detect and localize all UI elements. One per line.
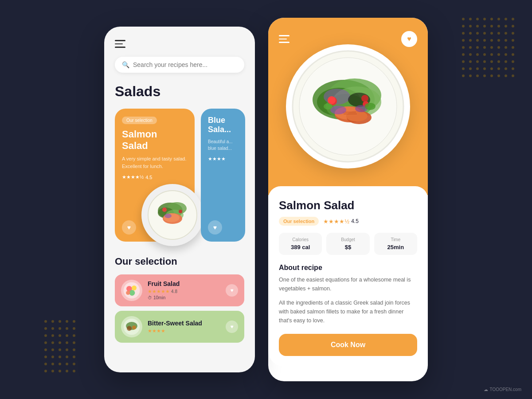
our-selection-title: Our selection bbox=[115, 256, 244, 267]
dot-pattern-bottom-left: (function() { const container = document… bbox=[44, 320, 75, 372]
salmon-rating-value: 4.5 bbox=[145, 175, 152, 180]
salmon-card[interactable]: Our selection SalmonSalad A very simple … bbox=[115, 109, 195, 242]
menu-icon-left[interactable] bbox=[115, 40, 244, 48]
right-phone-body: Salmon Salad Our selection ★★★★½ 4.5 Cal… bbox=[268, 186, 428, 367]
fruit-salad-stars: ★★★★★ 4.8 bbox=[148, 289, 220, 294]
svg-point-41 bbox=[324, 103, 332, 110]
rating-row: ★★★★½ 4.5 bbox=[323, 218, 359, 225]
search-input[interactable] bbox=[133, 61, 237, 68]
stat-time-label: Time bbox=[378, 237, 414, 242]
blue-card-title: BlueSala... bbox=[208, 116, 238, 135]
cards-row: Our selection SalmonSalad A very simple … bbox=[115, 109, 244, 242]
phones-container: 🔍 Salads Our selection SalmonSalad A ver… bbox=[104, 18, 428, 381]
search-icon: 🔍 bbox=[122, 61, 129, 68]
fruit-salad-heart[interactable]: ♥ bbox=[226, 284, 238, 297]
svg-point-38 bbox=[330, 106, 346, 114]
right-heart-button[interactable]: ♥ bbox=[401, 31, 417, 47]
bitter-sweet-name: Bitter-Sweet Salad bbox=[148, 320, 220, 327]
svg-point-36 bbox=[361, 95, 368, 102]
salmon-card-badge: Our selection bbox=[122, 117, 157, 124]
svg-point-8 bbox=[179, 210, 182, 213]
svg-point-7 bbox=[162, 207, 167, 212]
search-bar[interactable]: 🔍 bbox=[115, 57, 244, 73]
stat-calories: Calories 389 cal bbox=[279, 233, 322, 255]
salmon-plate bbox=[141, 184, 203, 246]
salmon-card-rating: ★★★★½ 4.5 bbox=[122, 174, 188, 180]
about-text-1: One of the easiest equations for a whole… bbox=[279, 275, 417, 293]
our-selection-badge: Our selection bbox=[279, 217, 319, 226]
salmon-card-desc: A very simple and tasty salad. Excellent… bbox=[122, 155, 188, 170]
bitter-sweet-info: Bitter-Sweet Salad ★★★★ bbox=[148, 320, 220, 334]
bitter-sweet-item[interactable]: Bitter-Sweet Salad ★★★★ ♥ bbox=[115, 311, 244, 343]
recipe-meta-row: Our selection ★★★★½ 4.5 bbox=[279, 217, 417, 226]
salmon-stars: ★★★★½ bbox=[122, 174, 144, 180]
recipe-main-title: Salmon Salad bbox=[279, 199, 417, 212]
section-title: Salads bbox=[115, 83, 244, 100]
svg-point-12 bbox=[132, 286, 137, 290]
about-text-2: All the ingredients of a classic Greek s… bbox=[279, 298, 417, 325]
blue-card-heart[interactable]: ♥ bbox=[208, 220, 222, 235]
salmon-card-heart[interactable]: ♥ bbox=[122, 220, 136, 235]
stat-calories-value: 389 cal bbox=[282, 244, 318, 250]
fruit-salad-time: ⏱ 10min bbox=[148, 295, 220, 300]
stat-calories-label: Calories bbox=[282, 237, 318, 242]
phone-left: 🔍 Salads Our selection SalmonSalad A ver… bbox=[104, 27, 255, 372]
blue-card-desc: Beautiful a...blue salad... bbox=[208, 138, 238, 152]
about-title: About recipe bbox=[279, 264, 417, 272]
stat-time-value: 25min bbox=[378, 244, 414, 250]
menu-icon-right[interactable] bbox=[279, 35, 289, 43]
rating-value: 4.5 bbox=[351, 218, 359, 224]
salmon-card-title: SalmonSalad bbox=[122, 129, 188, 152]
svg-point-14 bbox=[126, 290, 130, 294]
svg-point-13 bbox=[129, 290, 135, 296]
svg-point-40 bbox=[365, 103, 376, 110]
blue-card-rating: ★★★★ bbox=[208, 156, 238, 162]
dot-pattern-top-right: (function() { const container = document… bbox=[462, 18, 514, 77]
svg-point-35 bbox=[328, 96, 336, 104]
svg-point-9 bbox=[164, 214, 172, 218]
watermark-text: TOOOPEN.com bbox=[490, 387, 522, 392]
svg-point-18 bbox=[132, 325, 136, 329]
watermark: ☁ TOOOPEN.com bbox=[484, 387, 522, 392]
svg-point-26 bbox=[324, 89, 350, 105]
rating-stars: ★★★★½ bbox=[323, 218, 349, 225]
fruit-salad-img bbox=[121, 280, 142, 301]
stat-budget: Budget $$ bbox=[326, 233, 369, 255]
bitter-sweet-heart[interactable]: ♥ bbox=[226, 321, 238, 333]
blue-card[interactable]: BlueSala... Beautiful a...blue salad... … bbox=[201, 109, 245, 242]
cook-now-button[interactable]: Cook Now bbox=[279, 334, 417, 356]
salmon-card-image bbox=[141, 184, 203, 246]
main-dish-plate bbox=[286, 44, 410, 168]
phone-right: ♥ bbox=[268, 18, 428, 381]
right-phone-header: ♥ bbox=[268, 18, 428, 195]
stat-budget-value: $$ bbox=[330, 244, 366, 250]
stat-budget-label: Budget bbox=[330, 237, 366, 242]
stats-row: Calories 389 cal Budget $$ Time 25min bbox=[279, 233, 417, 255]
fruit-salad-info: Fruit Salad ★★★★★ 4.8 ⏱ 10min bbox=[148, 280, 220, 300]
fruit-salad-item[interactable]: Fruit Salad ★★★★★ 4.8 ⏱ 10min ♥ bbox=[115, 274, 244, 306]
watermark-icon: ☁ bbox=[484, 387, 488, 392]
bitter-sweet-stars: ★★★★ bbox=[148, 328, 220, 334]
svg-point-17 bbox=[127, 326, 132, 331]
blue-stars: ★★★★ bbox=[208, 156, 226, 162]
stat-time: Time 25min bbox=[374, 233, 417, 255]
bitter-sweet-img bbox=[121, 316, 142, 337]
fruit-salad-name: Fruit Salad bbox=[148, 280, 220, 287]
